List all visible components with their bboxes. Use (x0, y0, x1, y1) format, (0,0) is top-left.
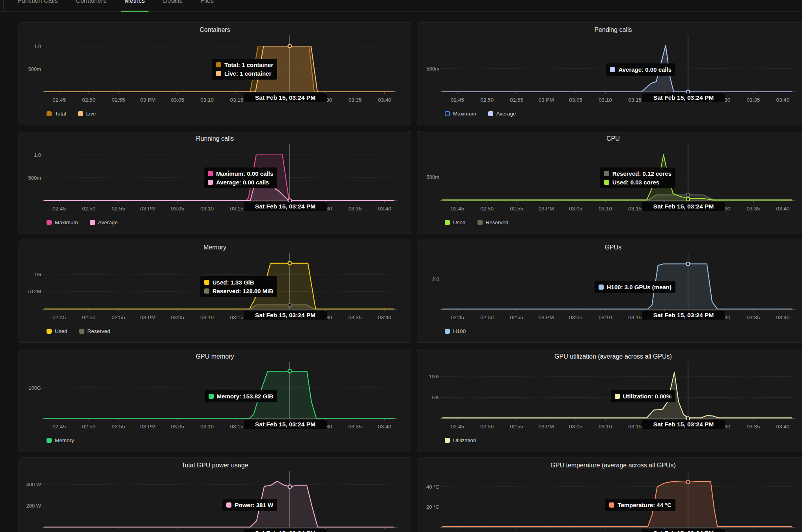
y-axis-tick-label: 100G (28, 385, 41, 391)
tooltip-text: Reserved: 128.00 MiB (213, 288, 273, 294)
tooltip-text: Used: 1.33 GiB (213, 279, 254, 286)
x-axis-tick-label: 03:15 (628, 314, 642, 320)
x-axis-tick-label: 03 PM (140, 97, 156, 103)
tab-label: Metrics (125, 0, 145, 4)
x-axis-tick-label: 03:35 (349, 97, 362, 103)
legend-item-average[interactable]: Average (488, 111, 516, 117)
y-axis-tick-label: 1.0 (34, 43, 41, 49)
chart-plot[interactable]: 40 °C20 °C02:4502:5002:5503 PM03:0503:10… (417, 458, 802, 532)
legend-item-live[interactable]: Live (78, 111, 96, 117)
x-axis-tick-label: 03:10 (200, 314, 214, 320)
x-axis-tick-label: 02:50 (82, 206, 95, 212)
legend-item-average[interactable]: Average (90, 219, 118, 225)
legend-swatch (488, 111, 493, 116)
tooltip-text: Power: 381 W (235, 502, 273, 508)
chart-legend: H100 (445, 328, 466, 334)
chart-plot[interactable]: 400 W200 W02:4502:5002:5503 PM03:0503:10… (19, 458, 412, 532)
y-axis-tick-label: 5% (432, 394, 439, 400)
tab-details[interactable]: Details (158, 0, 187, 5)
legend-swatch (47, 220, 52, 225)
x-axis-tick-label: 03:10 (599, 424, 612, 430)
chart-card-gpu-memory: GPU memory100G02:4502:5002:5503 PM03:050… (19, 349, 411, 452)
tooltip-series-swatch (204, 280, 209, 285)
x-axis-tick-label: 02:55 (510, 206, 523, 212)
legend-item-used[interactable]: Used (445, 219, 466, 225)
tooltip-row: Average: 0.00 calls (610, 66, 671, 73)
x-axis-tick-label: 03:10 (599, 206, 612, 212)
y-axis-tick-label: 500m (28, 66, 41, 72)
x-axis-tick-label: 03:15 (628, 424, 642, 430)
x-axis-tick-label: 02:55 (510, 424, 523, 430)
legend-item-maximum[interactable]: Maximum (47, 219, 78, 225)
x-axis-tick-label: 03:40 (776, 206, 790, 212)
tab-label: Details (163, 0, 182, 4)
x-axis-tick-label: 03:35 (349, 206, 362, 212)
legend-item-reserved[interactable]: Reserved (477, 219, 509, 225)
legend-item-reserved[interactable]: Reserved (79, 328, 110, 334)
x-axis-tick-label: 02:55 (112, 424, 125, 430)
x-axis-tick-label: 03:40 (776, 424, 790, 430)
tooltip-series-swatch (610, 67, 615, 72)
x-axis-tick-label: 02:55 (510, 97, 523, 103)
cursor-marker (288, 303, 291, 307)
tooltip-text: Average: 0.00 calls (618, 66, 671, 73)
tooltip-series-swatch (604, 171, 609, 176)
tab-files[interactable]: Files (196, 0, 218, 5)
chart-card-running-calls: Running calls1.0500m02:4502:5002:5503 PM… (19, 131, 411, 234)
tab-metrics[interactable]: Metrics (120, 0, 150, 5)
legend-item-utilization[interactable]: Utilization (445, 437, 476, 443)
x-axis-tick-label: 03:15 (230, 206, 243, 212)
y-axis-tick-label: 400 W (26, 482, 41, 487)
legend-label: Memory (55, 437, 74, 443)
x-axis-tick-label: 03:35 (747, 206, 760, 212)
tooltip-text: Average: 0.00 calls (216, 179, 269, 186)
legend-item-used[interactable]: Used (47, 328, 67, 334)
legend-swatch (445, 329, 450, 334)
x-axis-tick-label: 03 PM (539, 206, 554, 212)
cursor-marker (288, 485, 291, 489)
legend-item-memory[interactable]: Memory (47, 437, 74, 443)
tooltip-text: Total: 1 container (224, 61, 273, 68)
chart-card-gpu-temperature: GPU temperature (average across all GPUs… (417, 458, 802, 532)
chart-tooltip: Maximum: 0.00 callsAverage: 0.00 calls (204, 167, 277, 188)
chart-plot[interactable]: 10%5%02:4502:5002:5503 PM03:0503:1003:15… (417, 349, 802, 434)
chart-legend: UsedReserved (445, 219, 508, 225)
cursor-date-tooltip: Sat Feb 15, 03:24 PM (244, 420, 327, 429)
legend-label: Reserved (88, 328, 110, 334)
chart-tooltip: Reserved: 0.12 coresUsed: 0.03 cores (600, 167, 675, 188)
y-axis-tick-label: 10% (429, 374, 439, 379)
legend-item-maximum[interactable]: Maximum (445, 111, 476, 117)
legend-label: Used (55, 328, 67, 334)
tooltip-series-swatch (604, 180, 609, 185)
cursor-date-tooltip: Sat Feb 15, 03:24 PM (642, 420, 725, 429)
tab-label: Function Calls (18, 0, 58, 4)
x-axis-tick-label: 02:50 (480, 97, 494, 103)
chart-card-gpus: GPUs2.002:4502:5002:5503 PM03:0503:1003:… (417, 240, 802, 343)
tooltip-row: Temperature: 44 °C (609, 502, 671, 508)
legend-swatch (445, 111, 450, 116)
chart-tooltip: Utilization: 0.00% (611, 390, 675, 402)
cursor-date-tooltip: Sat Feb 15, 03:24 PM (642, 529, 725, 532)
x-axis-tick-label: 03:40 (378, 424, 392, 430)
tooltip-series-swatch (208, 171, 213, 176)
cursor-date-tooltip: Sat Feb 15, 03:24 PM (244, 529, 327, 532)
x-axis-tick-label: 03:05 (569, 206, 582, 212)
x-axis-tick-label: 03:35 (349, 314, 362, 320)
x-axis-tick-label: 03:15 (230, 97, 243, 103)
cursor-date-tooltip: Sat Feb 15, 03:24 PM (642, 311, 725, 320)
tab-function-calls[interactable]: Function Calls (13, 0, 62, 5)
cursor-date-tooltip: Sat Feb 15, 03:24 PM (244, 93, 327, 102)
x-axis-tick-label: 03:05 (569, 97, 582, 103)
legend-swatch (445, 220, 450, 225)
y-axis-tick-label: 500m (28, 175, 41, 181)
cursor-date-tooltip: Sat Feb 15, 03:24 PM (642, 202, 725, 211)
legend-item-h100[interactable]: H100 (445, 328, 466, 334)
tab-bar: Function CallsContainersMetricsDetailsFi… (0, 0, 802, 12)
tooltip-row: H100: 3.0 GPUs (mean) (599, 284, 671, 290)
tooltip-row: Reserved: 128.00 MiB (204, 288, 273, 294)
active-tab-underline (121, 11, 149, 12)
tab-containers[interactable]: Containers (71, 0, 111, 5)
legend-item-total[interactable]: Total (47, 111, 66, 117)
tab-label: Files (200, 0, 214, 4)
tooltip-text: Live: 1 container (224, 70, 271, 77)
